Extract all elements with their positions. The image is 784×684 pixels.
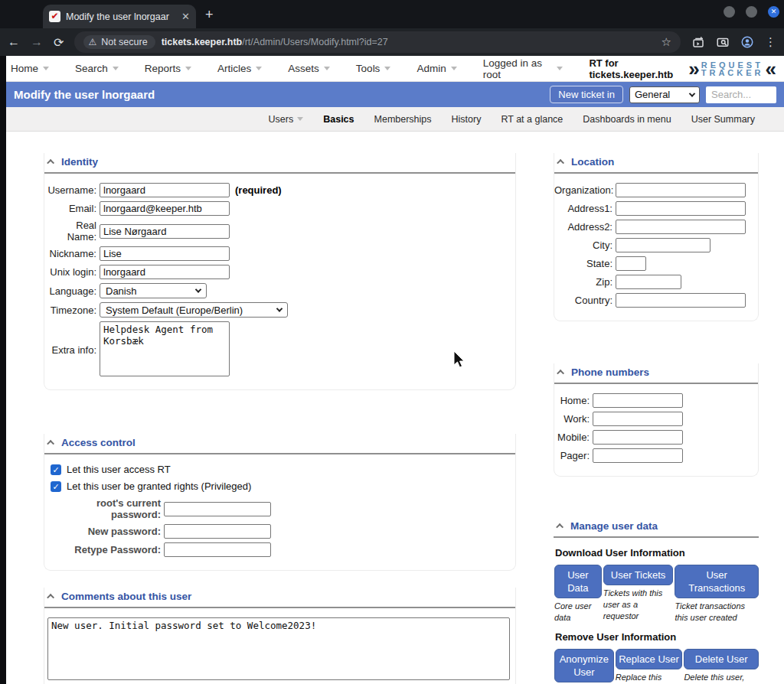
- new-tab-button[interactable]: +: [205, 8, 214, 21]
- language-label: Language:: [44, 285, 96, 297]
- bookmark-star-icon[interactable]: ☆: [662, 35, 671, 49]
- delete-user-button[interactable]: Delete User: [684, 649, 759, 669]
- browser-menu-icon[interactable]: ⋮: [765, 35, 776, 49]
- collapse-icon[interactable]: [557, 159, 564, 167]
- access-rt-checkbox[interactable]: ✓: [51, 464, 61, 475]
- country-field[interactable]: [616, 293, 746, 308]
- work-phone-label: Work:: [554, 413, 590, 425]
- window-close-button[interactable]: ✕: [768, 6, 779, 18]
- comments-section: Comments about this user New user. Initi…: [44, 588, 516, 684]
- comments-textarea[interactable]: New user. Initial password set to Welcom…: [47, 617, 510, 680]
- unix-login-label: Unix login:: [44, 266, 96, 278]
- menu-articles[interactable]: Articles: [217, 63, 262, 74]
- language-select[interactable]: Danish: [100, 283, 207, 298]
- back-icon[interactable]: ←: [8, 35, 20, 49]
- unix-login-field[interactable]: [100, 265, 230, 279]
- subnav-history[interactable]: History: [452, 114, 482, 125]
- browser-tab-strip: ✔ Modify the user lnorgaar ✕ + ✕: [0, 0, 784, 28]
- security-chip[interactable]: ⚠ Not secure: [83, 35, 155, 49]
- user-data-button[interactable]: User Data: [554, 565, 602, 598]
- queue-select[interactable]: General: [629, 86, 700, 103]
- menu-reports[interactable]: Reports: [145, 63, 191, 74]
- subnav-basics[interactable]: Basics: [323, 114, 354, 125]
- anonymize-user-button[interactable]: Anonymize User: [554, 649, 614, 682]
- realname-field[interactable]: [100, 224, 230, 239]
- identity-title: Identity: [61, 156, 98, 168]
- side-panel-icon[interactable]: [691, 35, 705, 49]
- logo-chevrons-right-icon: «: [766, 61, 776, 77]
- address2-field[interactable]: [616, 220, 746, 234]
- user-transactions-button[interactable]: User Transactions: [675, 565, 759, 598]
- collapse-icon[interactable]: [556, 523, 564, 531]
- menu-search[interactable]: Search: [75, 63, 119, 74]
- access-control-section: Access control ✓Let this user access RT …: [44, 434, 516, 571]
- menu-tools[interactable]: Tools: [356, 63, 391, 74]
- chevron-down-icon: [297, 117, 303, 121]
- warning-icon: ⚠: [88, 37, 96, 47]
- subnav-users[interactable]: Users: [269, 114, 304, 125]
- collapse-icon[interactable]: [47, 594, 54, 601]
- timezone-select[interactable]: System Default (Europe/Berlin): [100, 302, 288, 318]
- menu-assets[interactable]: Assets: [288, 63, 330, 74]
- collapse-icon[interactable]: [47, 159, 54, 167]
- collapse-icon[interactable]: [47, 440, 54, 448]
- menu-admin[interactable]: Admin: [416, 63, 456, 74]
- window-maximize-button[interactable]: [746, 6, 757, 18]
- current-password-field[interactable]: [164, 502, 271, 516]
- forward-icon[interactable]: →: [31, 35, 43, 49]
- delete-user-caption: Delete this user, tickets associated wit…: [684, 672, 759, 684]
- collapse-icon[interactable]: [557, 370, 564, 377]
- request-tracker-logo: » REQUEST TRACKER «: [688, 61, 776, 77]
- profile-icon[interactable]: [740, 35, 754, 49]
- organization-field[interactable]: [616, 183, 746, 197]
- url-host: tickets.keeper.htb: [162, 37, 243, 47]
- browser-tab[interactable]: ✔ Modify the user lnorgaar ✕: [43, 5, 196, 28]
- logo-line2: TRACKER: [701, 69, 764, 77]
- subnav-dashboards-in-menu[interactable]: Dashboards in menu: [583, 114, 671, 125]
- reload-icon[interactable]: ⟳: [54, 35, 64, 50]
- chevron-down-icon: [324, 67, 330, 70]
- home-phone-field[interactable]: [593, 393, 683, 408]
- toolbar-right-icons: ⋮: [691, 35, 776, 49]
- privileged-label: Let this user be granted rights (Privile…: [67, 480, 251, 492]
- new-ticket-button[interactable]: New ticket in: [550, 86, 623, 103]
- search-input[interactable]: [706, 86, 776, 103]
- subnav-memberships[interactable]: Memberships: [374, 114, 432, 125]
- chevron-down-icon: [195, 286, 201, 292]
- email-field[interactable]: [100, 201, 230, 216]
- privileged-checkbox[interactable]: ✓: [51, 481, 61, 492]
- organization-label: Organization:: [554, 184, 612, 196]
- zip-field[interactable]: [616, 275, 681, 289]
- menu-logged-in-as-root[interactable]: Logged in as root: [483, 57, 564, 80]
- subnav-rt-at-a-glance[interactable]: RT at a glance: [501, 114, 563, 125]
- country-label: Country:: [554, 295, 612, 306]
- browser-toolbar: ← → ⟳ ⚠ Not secure tickets.keeper.htb/rt…: [0, 28, 784, 56]
- pager-phone-field[interactable]: [593, 448, 683, 463]
- extra-info-textarea[interactable]: Helpdesk Agent from Korsbæk: [100, 321, 230, 376]
- modify-user-form: Identity Username:(required) Email: Real…: [6, 132, 784, 684]
- address1-field[interactable]: [616, 201, 746, 216]
- mobile-phone-field[interactable]: [593, 430, 683, 445]
- retype-password-field[interactable]: [164, 542, 271, 557]
- user-tickets-button[interactable]: User Tickets: [603, 565, 674, 585]
- replace-user-button[interactable]: Replace User: [616, 649, 683, 669]
- city-field[interactable]: [616, 238, 710, 252]
- download-user-info-heading: Download User Information: [555, 547, 759, 559]
- username-field[interactable]: [100, 183, 230, 197]
- remove-user-info-heading: Remove User Information: [555, 631, 759, 643]
- email-label: Email:: [44, 203, 96, 214]
- chevron-down-icon: [256, 67, 262, 70]
- new-password-field[interactable]: [164, 524, 271, 539]
- chevron-down-icon: [113, 67, 119, 70]
- subnav-user-summary[interactable]: User Summary: [691, 114, 755, 125]
- nickname-label: Nickname:: [44, 248, 96, 259]
- menu-home[interactable]: Home: [11, 63, 49, 74]
- work-phone-field[interactable]: [593, 412, 683, 426]
- chevron-down-icon: [451, 67, 457, 70]
- tab-close-icon[interactable]: ✕: [181, 11, 190, 22]
- address-bar[interactable]: ⚠ Not secure tickets.keeper.htb/rt/Admin…: [74, 31, 681, 53]
- search-tabs-icon[interactable]: [716, 35, 730, 49]
- state-field[interactable]: [616, 256, 646, 271]
- window-minimize-button[interactable]: [724, 6, 735, 18]
- nickname-field[interactable]: [100, 246, 230, 261]
